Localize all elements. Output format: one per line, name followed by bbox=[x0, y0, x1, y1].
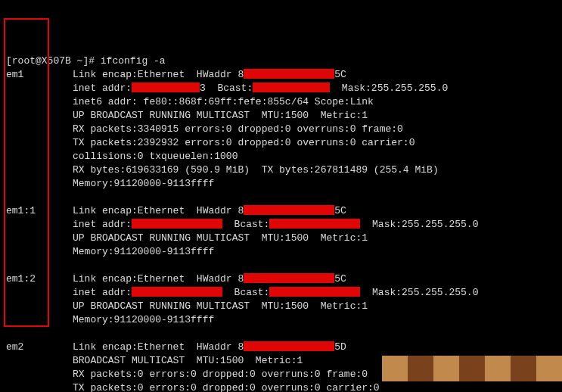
output-row: em2Link encap:Ethernet HWaddr 85D bbox=[0, 341, 562, 354]
prompt-line: [root@X507B ~]# ifconfig -a bbox=[0, 54, 562, 68]
interface-name bbox=[0, 354, 73, 368]
interface-name bbox=[0, 163, 73, 177]
interface-detail: UP BROADCAST RUNNING MULTICAST MTU:1500 … bbox=[73, 232, 562, 245]
redaction-block bbox=[269, 287, 360, 297]
output-row: UP BROADCAST RUNNING MULTICAST MTU:1500 … bbox=[0, 109, 562, 123]
interface-name bbox=[0, 109, 73, 123]
redaction-block bbox=[269, 219, 360, 229]
interface-detail: UP BROADCAST RUNNING MULTICAST MTU:1500 … bbox=[73, 300, 562, 313]
redaction-block bbox=[244, 205, 334, 215]
watermark-blocks bbox=[382, 356, 562, 381]
output-row: UP BROADCAST RUNNING MULTICAST MTU:1500 … bbox=[0, 232, 562, 245]
output-row: TX packets:0 errors:0 dropped:0 overruns… bbox=[0, 381, 562, 392]
interface-detail: Link encap:Ethernet HWaddr 85C bbox=[73, 68, 562, 82]
terminal-output: [root@X507B ~]# ifconfig -aem1Link encap… bbox=[0, 54, 562, 392]
redaction-block bbox=[244, 273, 334, 283]
interface-detail: TX packets:0 errors:0 dropped:0 overruns… bbox=[73, 381, 562, 392]
output-row: TX packets:2392932 errors:0 dropped:0 ov… bbox=[0, 136, 562, 150]
redaction-block bbox=[132, 219, 222, 229]
interface-name bbox=[0, 300, 73, 313]
interface-detail: inet addr: Bcast: Mask:255.255.255.0 bbox=[73, 286, 562, 300]
interface-detail: inet6 addr: fe80::868f:69ff:fefe:855c/64… bbox=[73, 95, 562, 109]
output-row: em1:1Link encap:Ethernet HWaddr 85C bbox=[0, 204, 562, 218]
interface-detail: Link encap:Ethernet HWaddr 85C bbox=[73, 272, 562, 286]
output-row: Memory:91120000-9113ffff bbox=[0, 313, 562, 327]
interface-name bbox=[0, 313, 73, 327]
output-row: collisions:0 txqueuelen:1000 bbox=[0, 150, 562, 163]
redaction-block bbox=[132, 82, 200, 92]
redaction-block bbox=[244, 341, 334, 351]
output-row: Memory:91120000-9113ffff bbox=[0, 245, 562, 259]
interface-detail: RX packets:3340915 errors:0 dropped:0 ov… bbox=[73, 123, 562, 136]
output-row: inet addr:3 Bcast: Mask:255.255.255.0 bbox=[0, 82, 562, 95]
output-row: em1:2Link encap:Ethernet HWaddr 85C bbox=[0, 272, 562, 286]
interface-name bbox=[0, 218, 73, 232]
interface-name bbox=[0, 136, 73, 150]
output-row: inet addr: Bcast: Mask:255.255.255.0 bbox=[0, 218, 562, 232]
interface-name: em1:1 bbox=[0, 204, 73, 218]
interface-detail: TX packets:2392932 errors:0 dropped:0 ov… bbox=[73, 136, 562, 150]
interface-detail: Memory:91120000-9113ffff bbox=[73, 177, 562, 191]
redaction-block bbox=[253, 82, 330, 92]
output-row: RX packets:3340915 errors:0 dropped:0 ov… bbox=[0, 123, 562, 136]
interface-name bbox=[0, 150, 73, 163]
interface-detail: collisions:0 txqueuelen:1000 bbox=[73, 150, 562, 163]
interface-detail: Memory:91120000-9113ffff bbox=[73, 245, 562, 259]
output-row: inet addr: Bcast: Mask:255.255.255.0 bbox=[0, 286, 562, 300]
interface-detail: Link encap:Ethernet HWaddr 85C bbox=[73, 204, 562, 218]
redaction-block bbox=[132, 287, 222, 297]
interface-name: em1:2 bbox=[0, 272, 73, 286]
interface-name: em1 bbox=[0, 68, 73, 82]
output-row: RX bytes:619633169 (590.9 MiB) TX bytes:… bbox=[0, 163, 562, 177]
interface-name: em2 bbox=[0, 341, 73, 354]
interface-name bbox=[0, 177, 73, 191]
interface-detail: RX bytes:619633169 (590.9 MiB) TX bytes:… bbox=[73, 163, 562, 177]
interface-name bbox=[0, 232, 73, 245]
interface-name bbox=[0, 368, 73, 381]
interface-detail: inet addr: Bcast: Mask:255.255.255.0 bbox=[73, 218, 562, 232]
interface-detail: inet addr:3 Bcast: Mask:255.255.255.0 bbox=[73, 82, 562, 95]
interface-name bbox=[0, 381, 73, 392]
interface-name bbox=[0, 95, 73, 109]
output-row: inet6 addr: fe80::868f:69ff:fefe:855c/64… bbox=[0, 95, 562, 109]
interface-name bbox=[0, 245, 73, 259]
interface-name bbox=[0, 123, 73, 136]
output-row: em1Link encap:Ethernet HWaddr 85C bbox=[0, 68, 562, 82]
output-row: Memory:91120000-9113ffff bbox=[0, 177, 562, 191]
interface-detail: UP BROADCAST RUNNING MULTICAST MTU:1500 … bbox=[73, 109, 562, 123]
output-row: UP BROADCAST RUNNING MULTICAST MTU:1500 … bbox=[0, 300, 562, 313]
interface-detail: Memory:91120000-9113ffff bbox=[73, 313, 562, 327]
interface-name bbox=[0, 82, 73, 95]
interface-name bbox=[0, 286, 73, 300]
interface-detail: Link encap:Ethernet HWaddr 85D bbox=[73, 341, 562, 354]
redaction-block bbox=[244, 69, 334, 79]
